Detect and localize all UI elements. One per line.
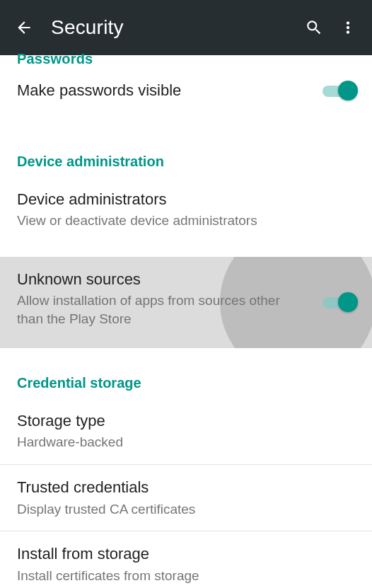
switch-thumb	[338, 81, 358, 100]
setting-text: Trusted credentials Display trusted CA c…	[17, 478, 355, 518]
setting-title: Unknown sources	[17, 270, 306, 290]
toggle-unknown-sources[interactable]	[322, 292, 355, 312]
setting-subtitle: Install certificates from storage	[17, 567, 306, 585]
back-button[interactable]	[7, 11, 41, 45]
search-icon	[305, 18, 323, 37]
setting-title: Storage type	[17, 411, 306, 432]
page-title: Security	[51, 16, 297, 39]
setting-text: Unknown sources Allow installation of ap…	[17, 270, 355, 328]
search-button[interactable]	[297, 11, 331, 45]
settings-content: Passwords Make passwords visible Device …	[0, 54, 372, 588]
section-header-credential-storage: Credential storage	[0, 362, 372, 398]
setting-text: Device administrators View or deactivate…	[17, 190, 355, 230]
setting-text: Install from storage Install certificate…	[17, 544, 355, 584]
setting-unknown-sources[interactable]: Unknown sources Allow installation of ap…	[0, 257, 372, 348]
setting-install-from-storage[interactable]: Install from storage Install certificate…	[0, 531, 372, 588]
switch-thumb	[338, 292, 358, 312]
back-arrow-icon	[15, 18, 33, 37]
setting-make-passwords-visible[interactable]: Make passwords visible	[0, 68, 372, 114]
app-bar: Security	[0, 0, 372, 55]
overflow-menu-button[interactable]	[331, 11, 365, 45]
setting-title: Trusted credentials	[17, 478, 306, 498]
setting-title: Device administrators	[17, 190, 306, 210]
more-vert-icon	[339, 18, 357, 37]
setting-text: Storage type Hardware-backed	[17, 411, 355, 451]
setting-subtitle: View or deactivate device administrators	[17, 212, 306, 230]
setting-subtitle: Display trusted CA certificates	[17, 500, 306, 519]
setting-text: Make passwords visible	[17, 81, 355, 101]
setting-storage-type[interactable]: Storage type Hardware-backed	[0, 398, 372, 464]
section-header-passwords: Passwords	[0, 54, 372, 68]
setting-trusted-credentials[interactable]: Trusted credentials Display trusted CA c…	[0, 465, 372, 531]
setting-subtitle: Allow installation of apps from sources …	[17, 292, 306, 328]
setting-device-administrators[interactable]: Device administrators View or deactivate…	[0, 177, 372, 243]
setting-title: Install from storage	[17, 544, 306, 565]
section-header-device-administration: Device administration	[0, 141, 372, 177]
setting-subtitle: Hardware-backed	[17, 433, 306, 451]
setting-title: Make passwords visible	[17, 81, 306, 101]
toggle-make-passwords-visible[interactable]	[322, 81, 355, 100]
